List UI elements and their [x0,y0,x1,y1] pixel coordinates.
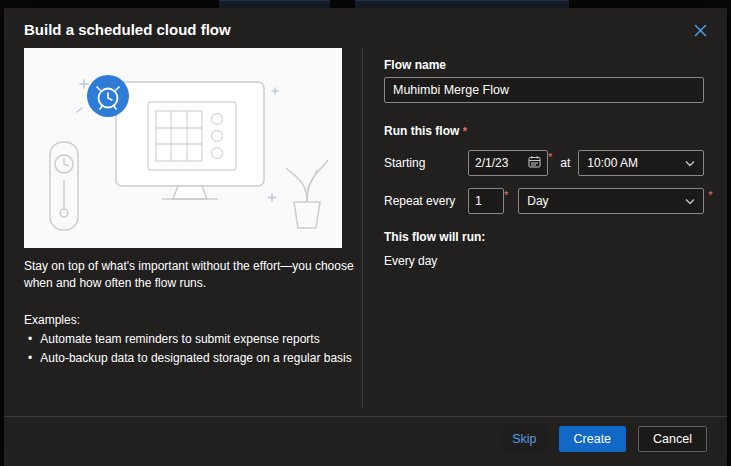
examples-list: Automate team reminders to submit expens… [28,331,358,369]
starting-label: Starting [384,156,468,170]
dialog-title: Build a scheduled cloud flow [24,21,231,38]
chevron-down-icon [685,156,695,170]
skip-button[interactable]: Skip [502,426,546,452]
dialog-description: Stay on top of what's important without … [24,258,354,293]
required-asterisk: * [504,189,508,201]
create-button[interactable]: Create [559,426,627,452]
scheduled-flow-illustration [24,48,342,248]
repeat-row: Repeat every * Day * [384,188,713,214]
start-date-input[interactable] [475,156,521,170]
scheduled-flow-dialog: Build a scheduled cloud flow [4,8,727,466]
flow-name-input[interactable] [384,77,704,103]
start-date-field[interactable] [468,150,548,176]
close-button[interactable] [687,19,713,45]
will-run-value: Every day [384,254,437,268]
example-item: Automate team reminders to submit expens… [28,331,358,347]
at-label: at [560,156,570,170]
start-time-select[interactable]: 10:00 AM [578,150,704,176]
calendar-icon[interactable] [528,154,541,172]
interval-input[interactable] [468,188,504,214]
screen: Build a scheduled cloud flow [0,0,731,466]
examples-label: Examples: [24,313,80,327]
start-time-value: 10:00 AM [587,156,638,170]
flow-name-label: Flow name [384,58,446,72]
vertical-divider [362,48,363,408]
starting-row: Starting * at 10:00 AM [384,150,704,176]
footer-buttons: Skip Create Cancel [502,426,707,452]
cancel-button[interactable]: Cancel [638,426,707,452]
example-item: Auto-backup data to designated storage o… [28,350,358,366]
alarm-clock-icon [87,75,129,117]
repeat-every-label: Repeat every [384,194,468,208]
run-this-flow-label: Run this flow * [384,124,467,138]
required-asterisk: * [708,189,712,201]
will-run-label: This flow will run: [384,230,485,244]
frequency-value: Day [527,194,548,208]
close-icon [694,24,707,40]
required-asterisk: * [548,151,552,163]
frequency-select[interactable]: Day [518,188,704,214]
footer-divider [4,416,727,417]
required-asterisk: * [463,125,467,137]
chevron-down-icon [685,194,695,208]
